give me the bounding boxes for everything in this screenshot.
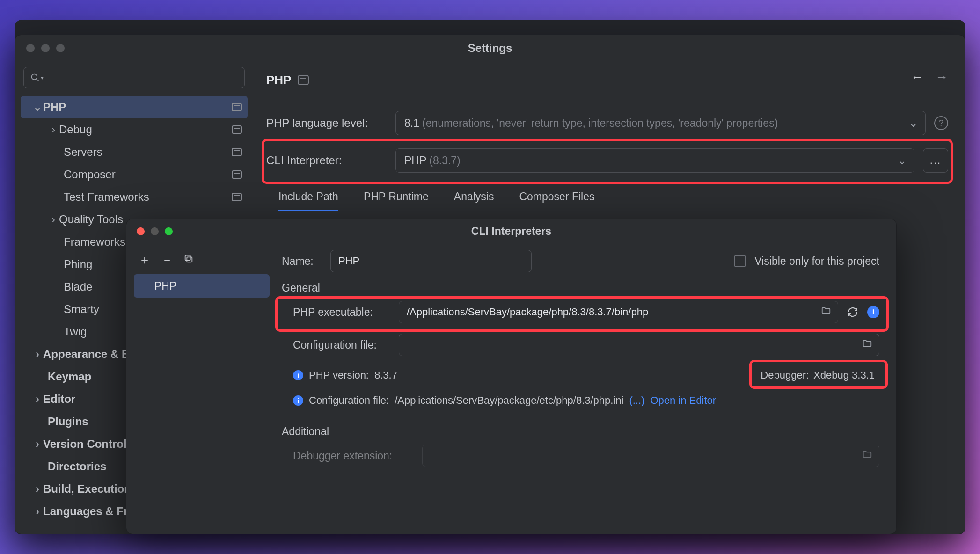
php-language-level-select[interactable]: 8.1 (enumerations, 'never' return type, … (395, 111, 926, 135)
chevron-right-icon: › (32, 437, 43, 451)
project-scope-icon (232, 170, 242, 179)
debugger-extension-input[interactable] (422, 445, 879, 467)
cli-titlebar[interactable]: CLI Interpreters (126, 219, 896, 243)
chevron-right-icon: › (48, 123, 59, 136)
php-version-label: PHP version: (309, 369, 369, 381)
add-button[interactable]: ＋ (139, 252, 151, 268)
folder-icon[interactable] (862, 449, 872, 462)
chevron-right-icon: › (32, 505, 43, 518)
folder-icon[interactable] (862, 338, 872, 351)
tab-include-path[interactable]: Include Path (278, 190, 338, 211)
cli-interpreters-dialog: CLI Interpreters ＋ － PHP Name: PHP (126, 219, 897, 534)
select-value: PHP (404, 154, 426, 167)
visible-only-checkbox[interactable] (734, 255, 746, 267)
copy-button[interactable] (183, 253, 194, 267)
chevron-down-icon: ⌄ (32, 101, 43, 114)
svg-rect-2 (187, 257, 192, 262)
name-value: PHP (338, 255, 359, 267)
back-button[interactable]: ← (911, 70, 924, 85)
tab-analysis[interactable]: Analysis (454, 190, 494, 211)
reload-button[interactable] (846, 305, 860, 319)
project-scope-icon (232, 125, 242, 134)
tree-item-test-frameworks[interactable]: Test Frameworks (21, 186, 248, 208)
tree-label: Servers (64, 146, 232, 159)
tree-label: Test Frameworks (64, 190, 232, 204)
chevron-down-icon: ⌄ (898, 154, 907, 167)
chevron-down-icon: ⌄ (909, 117, 918, 130)
php-language-level-row: PHP language level: 8.1 (enumerations, '… (266, 111, 948, 135)
configuration-file-label: Configuration file: (293, 339, 391, 351)
interpreter-list-item[interactable]: PHP (134, 274, 270, 298)
tree-item-debug[interactable]: › Debug (21, 118, 248, 141)
svg-point-0 (32, 74, 37, 80)
forward-button[interactable]: → (935, 70, 948, 85)
svg-rect-3 (185, 255, 190, 260)
search-icon (30, 73, 40, 82)
php-tabs: Include Path PHP Runtime Analysis Compos… (266, 190, 948, 211)
settings-search-input[interactable]: ▾ (23, 67, 245, 88)
tree-item-servers[interactable]: Servers (21, 141, 248, 163)
debugger-label: Debugger: (761, 369, 809, 381)
ellipsis-link[interactable]: (...) (629, 394, 644, 407)
tree-label: Composer (64, 168, 232, 181)
dropdown-caret-icon: ▾ (41, 74, 44, 81)
php-version-value: 8.3.7 (374, 369, 397, 381)
chevron-right-icon: › (48, 213, 59, 226)
configuration-file-input[interactable] (399, 334, 879, 356)
interpreter-details-panel: Name: PHP Visible only for this project … (277, 243, 896, 534)
tab-composer-files[interactable]: Composer Files (519, 190, 594, 211)
php-language-level-label: PHP language level: (266, 117, 387, 130)
open-in-editor-link[interactable]: Open in Editor (650, 394, 716, 407)
chevron-right-icon: › (32, 482, 43, 496)
php-executable-value: /Applications/ServBay/package/php/8.3/8.… (407, 306, 648, 318)
info-icon: i (293, 395, 303, 406)
remove-button[interactable]: － (161, 252, 173, 268)
visible-only-label: Visible only for this project (754, 255, 879, 268)
settings-titlebar[interactable]: Settings (15, 35, 965, 61)
php-executable-label: PHP executable: (293, 306, 391, 319)
folder-icon[interactable] (821, 306, 831, 319)
list-item-label: PHP (154, 280, 176, 292)
project-scope-icon (232, 103, 242, 111)
select-hint: (enumerations, 'never' return type, inte… (422, 117, 778, 130)
debugger-value: Xdebug 3.3.1 (813, 369, 875, 381)
tree-label: PHP (43, 101, 232, 114)
interpreter-list-panel: ＋ － PHP (126, 243, 277, 534)
cli-interpreter-label: CLI Interpreter: (266, 154, 387, 167)
select-value: 8.1 (404, 117, 419, 130)
tree-item-composer[interactable]: Composer (21, 163, 248, 186)
general-section-title: General (282, 282, 879, 294)
interpreter-name-input[interactable]: PHP (330, 250, 532, 272)
chevron-right-icon: › (32, 393, 43, 406)
project-scope-icon (232, 148, 242, 156)
settings-title: Settings (15, 42, 965, 55)
project-scope-icon (232, 193, 242, 201)
page-title: PHP (266, 73, 291, 87)
cli-interpreter-row: CLI Interpreter: PHP (8.3.7) ⌄ ... (266, 148, 948, 173)
tab-php-runtime[interactable]: PHP Runtime (364, 190, 429, 211)
select-hint: (8.3.7) (429, 154, 460, 167)
cli-interpreter-select[interactable]: PHP (8.3.7) ⌄ (395, 148, 914, 173)
php-executable-input[interactable]: /Applications/ServBay/package/php/8.3/8.… (399, 301, 838, 323)
info-icon[interactable]: i (867, 306, 879, 318)
cli-dialog-title: CLI Interpreters (126, 225, 896, 238)
project-scope-icon (298, 75, 309, 85)
svg-line-1 (37, 79, 39, 81)
browse-button[interactable]: ... (923, 148, 948, 173)
chevron-right-icon: › (32, 348, 43, 361)
additional-section-title: Additional (282, 425, 879, 438)
name-label: Name: (282, 255, 322, 268)
help-icon[interactable]: ? (934, 116, 948, 130)
config-info-value: /Applications/ServBay/package/etc/php/8.… (395, 394, 623, 407)
info-icon: i (293, 370, 303, 380)
debugger-extension-label: Debugger extension: (293, 450, 415, 462)
tree-label: Debug (59, 123, 232, 136)
tree-item-php[interactable]: ⌄ PHP (21, 96, 248, 118)
config-info-label: Configuration file: (309, 394, 389, 407)
